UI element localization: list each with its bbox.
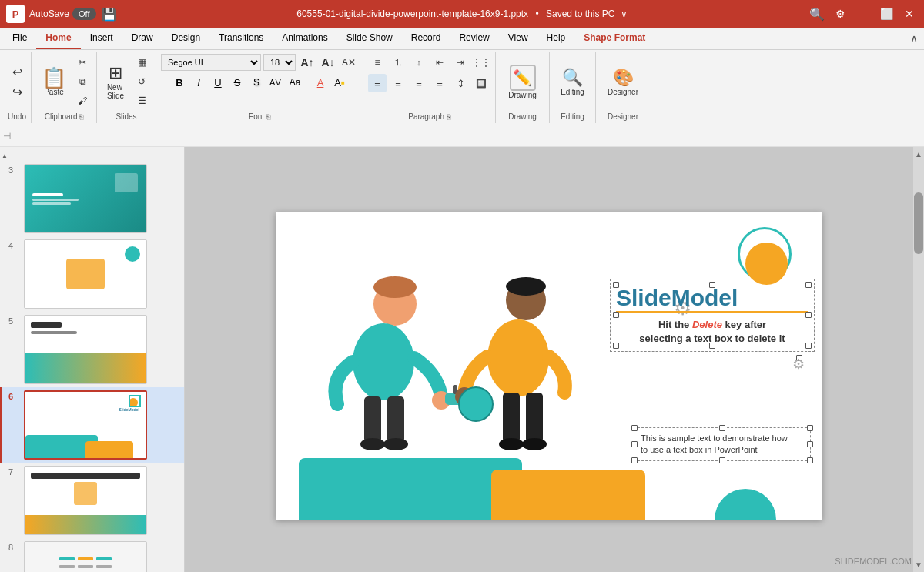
quick-access-bar: ⊣ [0, 125, 924, 147]
delete-word: Delete [692, 319, 722, 330]
tab-file[interactable]: File [3, 28, 36, 49]
para-row-1: ≡ ⒈ ↕ ⇤ ⇥ ⋮⋮ [368, 53, 490, 72]
shrink-font-button[interactable]: A↓ [319, 53, 337, 72]
grow-font-button[interactable]: A↑ [298, 53, 316, 72]
ribbon-group-clipboard: 📋 Paste ✂ ⧉ 🖌 Clipboard ⎘ [32, 52, 97, 123]
strikethrough-button[interactable]: S [229, 74, 246, 91]
tab-review[interactable]: Review [450, 28, 498, 49]
ribbon-collapse-button[interactable]: ∧ [907, 31, 921, 46]
ribbon-tabs: File Home Insert Draw Design Transitions… [0, 28, 924, 50]
tab-slideshow[interactable]: Slide Show [337, 28, 402, 49]
tab-draw[interactable]: Draw [122, 28, 162, 49]
justify-button[interactable]: ≡ [430, 74, 449, 92]
svg-point-17 [522, 438, 547, 450]
autosave-toggle[interactable]: Off [72, 8, 95, 20]
slide-thumb-3[interactable]: 3 [0, 161, 184, 236]
gear-below-subtitle[interactable]: ⚙ [792, 356, 805, 373]
clear-format-button[interactable]: A✕ [340, 53, 358, 72]
bullets-button[interactable]: ≡ [368, 53, 387, 72]
minimize-button[interactable]: — [855, 5, 872, 22]
scroll-up-arrow[interactable]: ▲ [912, 147, 924, 162]
slide-subtitle: Hit the Delete key afterselecting a text… [616, 318, 808, 346]
columns-button[interactable]: ⋮⋮ [472, 53, 490, 72]
change-case-button[interactable]: Aa [286, 74, 303, 91]
clipboard-items: 📋 Paste ✂ ⧉ 🖌 [36, 53, 92, 110]
tab-home[interactable]: Home [36, 28, 80, 49]
tab-shapeformat[interactable]: Shape Format [574, 28, 654, 49]
font-color-button[interactable]: A [312, 74, 329, 91]
font-items: Segoe UI 18 A↑ A↓ A✕ B I U S S AV Aa [161, 53, 358, 110]
align-left-button[interactable]: ≡ [368, 74, 387, 92]
svg-point-19 [459, 387, 493, 421]
font-size-select[interactable]: 18 [263, 54, 296, 71]
highlight-button[interactable]: A■ [331, 74, 348, 91]
close-button[interactable]: ✕ [901, 5, 918, 22]
ribbon-group-font: Segoe UI 18 A↑ A↓ A✕ B I U S S AV Aa [156, 52, 363, 123]
increase-indent-button[interactable]: ⇥ [451, 53, 470, 72]
redo-button[interactable]: ↪ [8, 82, 26, 101]
char-spacing-button[interactable]: AV [267, 74, 284, 91]
designer-items: 🎨 Designer [603, 53, 643, 110]
section-button[interactable]: ☰ [132, 92, 151, 110]
text-direction-button[interactable]: ⇕ [451, 74, 470, 92]
new-slide-label: NewSlide [107, 83, 124, 100]
search-button[interactable]: 🔍 [808, 5, 825, 22]
svg-point-16 [499, 438, 524, 450]
tab-record[interactable]: Record [402, 28, 450, 49]
settings-button[interactable]: ⚙ [832, 5, 849, 22]
slide-thumb-4[interactable]: 4 [0, 236, 184, 312]
underline-button[interactable]: U [209, 74, 226, 91]
panel-scroll-up[interactable]: ▲ [0, 150, 9, 161]
svg-rect-14 [503, 393, 520, 443]
maximize-button[interactable]: ⬜ [878, 5, 895, 22]
tab-help[interactable]: Help [537, 28, 575, 49]
slide-preview-4 [24, 239, 147, 309]
editing-group-label: Editing [561, 112, 584, 122]
designer-icon: 🎨 [613, 68, 634, 88]
align-center-button[interactable]: ≡ [389, 74, 407, 92]
tab-transitions[interactable]: Transitions [209, 28, 273, 49]
font-family-select[interactable]: Segoe UI [161, 54, 261, 71]
italic-button[interactable]: I [190, 74, 207, 91]
shadow-button[interactable]: S [248, 74, 265, 91]
scrollbar-thumb[interactable] [914, 192, 923, 254]
scroll-down-arrow[interactable]: ▼ [912, 557, 924, 572]
tab-view[interactable]: View [499, 28, 537, 49]
line-spacing-button[interactable]: ↕ [410, 53, 428, 72]
svg-point-12 [506, 277, 546, 296]
slide-panel: ▲ 3 4 5 [0, 147, 185, 572]
font-name-row: Segoe UI 18 A↑ A↓ A✕ [161, 53, 358, 72]
decrease-indent-button[interactable]: ⇤ [430, 53, 449, 72]
copy-button[interactable]: ⧉ [73, 72, 92, 91]
undo-group-label: Undo [8, 112, 26, 122]
numbering-button[interactable]: ⒈ [389, 53, 407, 72]
undo-button[interactable]: ↩ [8, 62, 26, 81]
paste-button[interactable]: 📋 Paste [36, 65, 72, 99]
tab-insert[interactable]: Insert [81, 28, 122, 49]
bold-button[interactable]: B [171, 74, 188, 91]
editing-button[interactable]: 🔍 Editing [556, 65, 589, 99]
slide-thumb-7[interactable]: 7 [0, 463, 184, 538]
canvas-area: ⚙ [185, 147, 913, 572]
editing-items: 🔍 Editing [556, 53, 589, 110]
tab-animations[interactable]: Animations [273, 28, 336, 49]
right-scrollbar[interactable]: ▲ ▼ ▼ [913, 147, 924, 572]
slide-thumb-5[interactable]: 5 [0, 312, 184, 387]
align-right-button[interactable]: ≡ [410, 74, 428, 92]
circle-orange [745, 243, 788, 285]
tab-design[interactable]: Design [162, 28, 209, 49]
save-button[interactable]: 💾 [101, 5, 118, 22]
svg-point-13 [487, 319, 549, 396]
cut-button[interactable]: ✂ [73, 53, 92, 72]
reset-button[interactable]: ↺ [132, 72, 151, 91]
designer-button[interactable]: 🎨 Designer [603, 65, 643, 99]
format-painter-button[interactable]: 🖌 [73, 92, 92, 110]
new-slide-button[interactable]: ⊞ NewSlide [102, 61, 129, 102]
svg-point-1 [373, 276, 417, 298]
slide-thumb-8[interactable]: 8 [0, 538, 184, 572]
layout-button[interactable]: ▦ [132, 53, 151, 72]
smart-art-button[interactable]: 🔲 [472, 74, 490, 92]
svg-rect-4 [387, 396, 404, 443]
drawing-button[interactable]: ✏️ Drawing [504, 62, 541, 102]
slide-thumb-6[interactable]: 6 SlideModel [0, 387, 184, 463]
